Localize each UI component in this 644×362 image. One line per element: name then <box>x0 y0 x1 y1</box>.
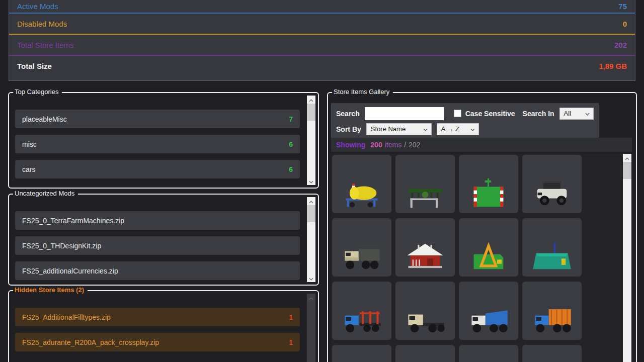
gallery-region <box>331 154 633 362</box>
chevron-down-icon <box>309 274 313 283</box>
search-in-select[interactable]: All <box>559 108 594 120</box>
top-categories-scrollbar[interactable] <box>307 96 315 185</box>
scrollbar-thumb[interactable] <box>307 205 315 222</box>
list-item[interactable]: FS25_0_THDesignKit.zip <box>15 236 300 255</box>
category-count: 7 <box>289 115 293 123</box>
scrollbar-track[interactable] <box>307 205 315 274</box>
gallery-tile[interactable] <box>395 282 455 340</box>
tile-thumbnail-truck-military-beige <box>341 238 383 277</box>
scrollbar-track[interactable] <box>307 104 315 177</box>
hidden-scrollbar[interactable] <box>307 294 315 362</box>
chevron-down-icon <box>470 125 475 133</box>
chevron-up-icon <box>309 197 313 206</box>
gallery-tile[interactable] <box>522 155 582 213</box>
uncategorized-mods-title: Uncategorized Mods <box>13 189 78 198</box>
list-item[interactable]: FS25_AdditionalFilltypes.zip1 <box>15 308 300 326</box>
scroll-up-button[interactable] <box>307 96 315 104</box>
showing-total: 202 <box>409 141 420 149</box>
tile-thumbnail-truck-beige-chassis <box>404 302 446 340</box>
list-item[interactable]: placeableMisc7 <box>15 110 300 128</box>
category-count: 6 <box>289 165 293 173</box>
gallery-tile[interactable] <box>332 345 391 362</box>
gallery-tile[interactable] <box>459 282 518 340</box>
tile-thumbnail-sprayer-yellow <box>341 175 383 213</box>
tile-thumbnail-truck-dump-blue <box>467 302 510 340</box>
chevron-down-icon <box>423 125 428 133</box>
store-items-gallery-title: Store Items Gallery <box>332 87 393 97</box>
gallery-tile[interactable] <box>332 218 391 277</box>
scroll-up-button[interactable] <box>307 197 315 205</box>
list-item-name: FS25_0_TerraFarmMachines.zip <box>22 217 124 225</box>
tile-thumbnail-suv-white <box>531 175 573 213</box>
gallery-tile[interactable] <box>522 282 582 340</box>
category-count: 6 <box>289 140 293 148</box>
scrollbar-thumb[interactable] <box>307 104 315 121</box>
scroll-down-button[interactable] <box>307 177 315 185</box>
gallery-tile[interactable] <box>459 345 518 362</box>
list-item[interactable]: FS25_0_TerraFarmMachines.zip <box>15 211 300 230</box>
list-item-name: FS25_0_THDesignKit.zip <box>22 242 101 250</box>
stat-row: Disabled Mods0 <box>9 14 635 34</box>
scrollbar-thumb[interactable] <box>623 162 631 179</box>
gallery-tile[interactable] <box>395 218 455 277</box>
list-item-name: cars <box>22 165 35 173</box>
sort-direction-select[interactable]: A → Z <box>437 123 479 135</box>
showing-separator: / <box>404 141 406 149</box>
uncategorized-mods-box: Uncategorized Mods FS25_0_TerraFarmMachi… <box>8 194 319 286</box>
tile-thumbnail-barn-red <box>404 238 446 277</box>
tile-thumbnail-container-green-striped <box>467 175 510 213</box>
gallery-tile[interactable] <box>522 218 582 277</box>
chevron-up-icon <box>309 95 313 104</box>
gallery-scrollbar[interactable] <box>623 154 631 362</box>
list-item[interactable]: cars6 <box>15 160 300 178</box>
gallery-tile[interactable] <box>332 282 391 340</box>
tile-thumbnail-container-green-aframe <box>467 238 510 277</box>
scroll-up-button[interactable] <box>307 294 315 302</box>
gallery-tile[interactable] <box>459 218 518 277</box>
scroll-down-button[interactable] <box>307 274 315 282</box>
scroll-up-button[interactable] <box>623 154 631 162</box>
scrollbar-track[interactable] <box>623 162 631 362</box>
stat-row-value: 202 <box>614 41 627 49</box>
search-in-value: All <box>564 110 571 117</box>
hidden-item-count: 1 <box>289 338 293 346</box>
search-input[interactable] <box>365 107 444 120</box>
list-item-name: misc <box>22 140 37 148</box>
tile-thumbnail-truck-blue-logs <box>341 302 383 340</box>
stat-row-value: 1,89 GB <box>599 62 627 70</box>
sort-direction-value: A → Z <box>441 125 459 133</box>
list-item-name: placeableMisc <box>22 115 67 123</box>
list-item[interactable]: FS25_additionalCurrencies.zip <box>15 261 300 280</box>
stat-row: Total Store Items202 <box>9 35 635 55</box>
list-item-name: FS25_adurante_R200A_pack_crossplay.zip <box>22 338 159 346</box>
hidden-store-items-list: FS25_AdditionalFilltypes.zip1FS25_aduran… <box>15 308 300 362</box>
sort-by-select[interactable]: Store Name <box>366 123 432 135</box>
gallery-tile[interactable] <box>459 155 518 213</box>
search-label: Search <box>336 110 360 118</box>
gallery-tile[interactable] <box>395 345 455 362</box>
tile-thumbnail-container-teal <box>531 238 573 277</box>
stat-row: Active Mods75 <box>9 0 635 13</box>
gallery-tile[interactable] <box>332 155 391 213</box>
mod-stats-panel: Active Mods75Disabled Mods0Total Store I… <box>9 0 635 81</box>
gallery-tile[interactable] <box>395 155 455 213</box>
top-categories-title: Top Categories <box>13 87 62 97</box>
chevron-down-icon <box>585 110 590 117</box>
list-item[interactable]: misc6 <box>15 135 300 153</box>
sort-by-value: Store Name <box>371 125 406 133</box>
stat-row: Total Size1,89 GB <box>9 56 635 76</box>
showing-items-word: items <box>385 141 401 149</box>
chevron-up-icon <box>625 154 629 162</box>
stat-row-label: Total Size <box>17 62 52 70</box>
list-item-name: FS25_additionalCurrencies.zip <box>22 267 118 275</box>
stat-row-label: Active Mods <box>17 2 58 11</box>
list-item[interactable]: FS25_adurante_R200A_pack_crossplay.zip1 <box>15 333 300 351</box>
gallery-grid <box>331 154 633 362</box>
tile-thumbnail-truck-blue-orange <box>531 302 573 340</box>
scrollbar-track[interactable] <box>307 302 315 362</box>
gallery-tile[interactable] <box>522 345 582 362</box>
stat-row-value: 75 <box>618 2 627 11</box>
showing-count: 200 <box>370 141 382 149</box>
case-sensitive-checkbox[interactable] <box>454 110 461 117</box>
uncategorized-scrollbar[interactable] <box>307 197 315 282</box>
